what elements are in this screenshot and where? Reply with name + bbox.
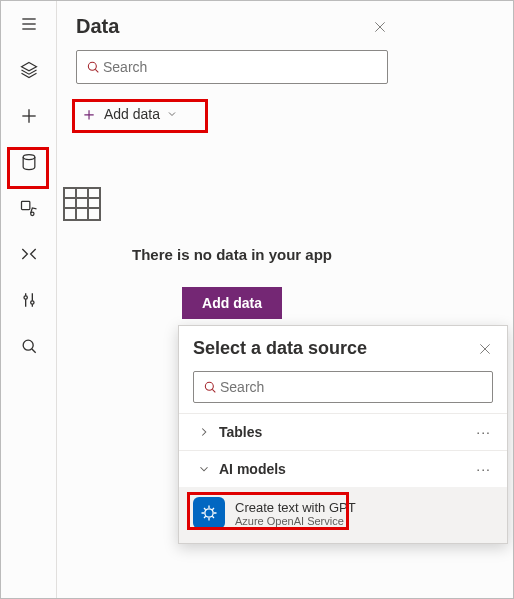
rail-add[interactable] [1,93,57,139]
rail-media[interactable] [1,185,57,231]
empty-state: There is no data in your app Add data [58,180,406,319]
group-ai-models-label: AI models [219,461,470,477]
data-source-popup: Select a data source Tables ··· AI model… [178,325,508,544]
rail-advanced[interactable] [1,231,57,277]
svg-line-14 [32,349,36,353]
svg-point-13 [23,340,33,350]
ai-model-item[interactable]: Create text with GPT Azure OpenAI Servic… [179,487,507,543]
ai-model-name: Create text with GPT [235,500,356,515]
svg-point-6 [23,155,35,160]
popup-close[interactable] [477,341,493,357]
search-icon [202,379,218,395]
svg-point-17 [88,62,96,70]
rail-menu[interactable] [1,1,57,47]
group-tables-more[interactable]: ··· [470,424,497,440]
chevron-right-icon [197,425,219,439]
group-ai-models-more[interactable]: ··· [470,461,497,477]
add-data-label: Add data [104,106,160,122]
rail-settings[interactable] [1,277,57,323]
add-data-dropdown[interactable]: ＋ Add data [76,98,188,130]
rail-search[interactable] [1,323,57,369]
group-ai-models[interactable]: AI models ··· [179,450,507,487]
app-canvas: Data ＋ Add data There is no data in your… [0,0,514,599]
panel-search-input[interactable] [101,58,379,76]
svg-point-26 [205,382,213,390]
add-data-primary-button[interactable]: Add data [182,287,282,319]
svg-rect-19 [64,188,100,220]
group-tables[interactable]: Tables ··· [179,413,507,450]
left-rail [1,1,57,598]
svg-point-8 [31,212,34,215]
table-icon [58,180,106,228]
popup-search[interactable] [193,371,493,403]
panel-title: Data [76,15,119,38]
svg-point-28 [205,509,213,517]
svg-line-27 [212,389,215,392]
ai-model-provider: Azure OpenAI Service [235,515,356,527]
panel-close[interactable] [372,19,388,35]
svg-point-12 [31,301,34,304]
search-icon [85,59,101,75]
svg-marker-3 [22,63,37,71]
svg-line-18 [95,69,98,72]
rail-layers[interactable] [1,47,57,93]
svg-rect-7 [22,201,30,209]
group-tables-label: Tables [219,424,470,440]
openai-icon [193,497,225,529]
chevron-down-icon [166,108,178,120]
chevron-down-icon [197,462,219,476]
popup-title: Select a data source [193,338,367,359]
svg-point-10 [24,296,27,299]
popup-search-input[interactable] [218,378,484,396]
panel-search[interactable] [76,50,388,84]
empty-text: There is no data in your app [58,246,406,263]
plus-icon: ＋ [80,102,98,126]
rail-data[interactable] [1,139,57,185]
